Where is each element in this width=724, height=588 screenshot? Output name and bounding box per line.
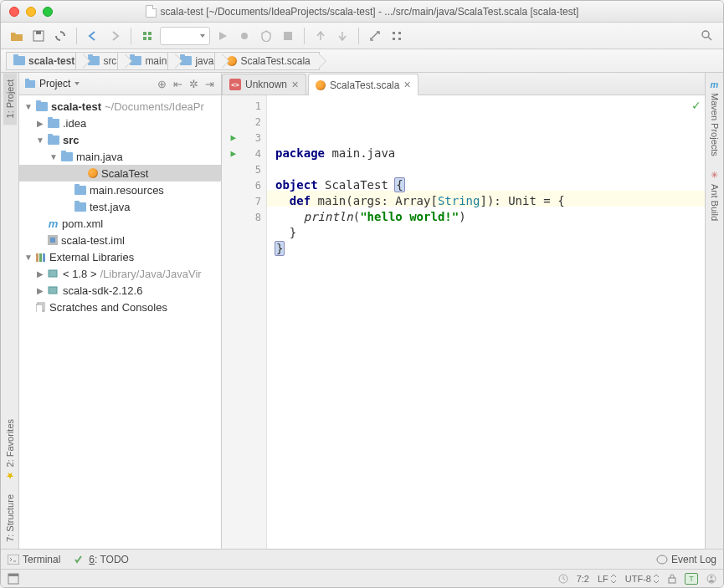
- gutter-line[interactable]: 4▶: [222, 146, 266, 161]
- project-view-combo[interactable]: Project: [24, 78, 80, 89]
- project-tree[interactable]: ▼scala-test ~/Documents/IdeaPr▶.idea▼src…: [19, 95, 221, 549]
- svg-rect-17: [49, 270, 57, 277]
- tree-item[interactable]: scala-test.iml: [19, 232, 221, 248]
- svg-point-12: [702, 31, 709, 38]
- search-icon[interactable]: [698, 27, 716, 45]
- tree-item[interactable]: main.resources: [19, 182, 221, 198]
- open-icon[interactable]: [8, 27, 26, 45]
- svg-rect-3: [148, 32, 151, 35]
- tree-item[interactable]: ▼main.java: [19, 148, 221, 165]
- line-separator[interactable]: LF: [598, 574, 617, 584]
- minimize-window-button[interactable]: [26, 7, 36, 17]
- editor-tab[interactable]: ScalaTest.scala✕: [308, 74, 418, 95]
- locate-icon[interactable]: ⊕: [155, 77, 168, 90]
- svg-rect-4: [143, 37, 146, 40]
- event-log-tab[interactable]: Event Log: [656, 554, 716, 565]
- tree-item[interactable]: ▼scala-test ~/Documents/IdeaPr: [19, 98, 221, 115]
- terminal-tab[interactable]: Terminal: [8, 554, 60, 565]
- run-config-combo[interactable]: [160, 27, 210, 45]
- panel-settings-icon[interactable]: ✲: [187, 77, 200, 90]
- debug-icon[interactable]: [235, 27, 254, 45]
- expand-arrow-icon[interactable]: ▼: [49, 152, 58, 161]
- statusbar: 7:2 LF UTF-8 T: [1, 569, 723, 587]
- todo-tab[interactable]: 6: TODO: [74, 554, 129, 565]
- expand-arrow-icon[interactable]: [36, 236, 44, 245]
- tree-item[interactable]: ▶scala-sdk-2.12.6: [19, 282, 221, 299]
- rail-structure[interactable]: 7: Structure: [3, 488, 17, 549]
- svg-point-6: [241, 33, 248, 39]
- gutter-line[interactable]: 7: [222, 193, 266, 209]
- close-tab-icon[interactable]: ✕: [403, 79, 411, 90]
- gutter-line[interactable]: 2: [222, 114, 266, 130]
- build-icon[interactable]: [138, 27, 157, 45]
- coverage-icon[interactable]: [257, 27, 275, 45]
- close-tab-icon[interactable]: ✕: [291, 79, 299, 90]
- expand-arrow-icon[interactable]: ▼: [24, 253, 33, 262]
- background-tasks-icon[interactable]: [558, 574, 568, 584]
- gutter-line[interactable]: 3▶: [222, 130, 266, 146]
- code-editor[interactable]: ✓ 123▶4▶5678 package main.java object Sc…: [222, 95, 705, 549]
- project-structure-icon[interactable]: [388, 27, 406, 45]
- expand-arrow-icon[interactable]: [24, 303, 33, 312]
- tree-item[interactable]: mpom.xml: [19, 215, 221, 232]
- run-icon[interactable]: [213, 27, 232, 45]
- expand-arrow-icon[interactable]: [63, 202, 71, 212]
- vcs-commit-icon[interactable]: [333, 27, 352, 45]
- tree-item[interactable]: test.java: [19, 198, 221, 215]
- encoding[interactable]: UTF-8: [625, 574, 660, 584]
- gutter-line[interactable]: 1: [222, 98, 266, 114]
- zoom-window-button[interactable]: [43, 7, 53, 17]
- expand-arrow-icon[interactable]: [63, 186, 71, 195]
- expand-arrow-icon[interactable]: [36, 219, 44, 228]
- expand-arrow-icon[interactable]: ▶: [36, 286, 44, 295]
- vcs-update-icon[interactable]: [311, 27, 330, 45]
- expand-arrow-icon[interactable]: [76, 169, 85, 178]
- gutter-line[interactable]: 5: [222, 161, 266, 177]
- main-toolbar: [1, 23, 723, 49]
- run-gutter-icon[interactable]: ▶: [230, 132, 236, 143]
- settings-icon[interactable]: [366, 27, 384, 45]
- tree-item[interactable]: ▼External Libraries: [19, 248, 221, 265]
- hide-icon[interactable]: ⇥: [203, 77, 216, 90]
- rail-maven[interactable]: mMaven Projects: [708, 73, 721, 163]
- module-icon: [48, 235, 58, 245]
- maven-icon: m: [48, 218, 59, 229]
- stop-icon[interactable]: [279, 27, 297, 45]
- cursor-position[interactable]: 7:2: [577, 574, 589, 584]
- tree-item[interactable]: ScalaTest: [19, 165, 221, 182]
- expand-arrow-icon[interactable]: ▼: [36, 135, 44, 145]
- breadcrumb-item[interactable]: ScalaTest.scala: [214, 52, 319, 70]
- inspection-badge[interactable]: T: [685, 573, 698, 585]
- expand-arrow-icon[interactable]: ▶: [36, 119, 44, 128]
- collapse-icon[interactable]: ⇤: [171, 77, 184, 90]
- close-window-button[interactable]: [9, 7, 19, 17]
- tree-item[interactable]: ▼src: [19, 131, 221, 148]
- save-all-icon[interactable]: [29, 27, 48, 45]
- gutter-line[interactable]: 6: [222, 177, 266, 193]
- folder-icon: [36, 102, 48, 111]
- forward-icon[interactable]: [105, 27, 124, 45]
- read-only-icon[interactable]: [668, 574, 676, 584]
- sync-icon[interactable]: [51, 27, 69, 45]
- goto-icon[interactable]: [706, 574, 716, 584]
- tree-item[interactable]: Scratches and Consoles: [19, 299, 221, 315]
- bottom-tool-tabs: Terminal 6: TODO Event Log: [1, 549, 723, 569]
- tool-windows-icon[interactable]: [8, 573, 19, 585]
- rail-favorites[interactable]: ★2: Favorites: [3, 412, 17, 488]
- gutter-line[interactable]: 8: [222, 209, 266, 225]
- run-gutter-icon[interactable]: ▶: [230, 148, 236, 159]
- back-icon[interactable]: [84, 27, 102, 45]
- tree-item[interactable]: ▶< 1.8 > /Library/Java/JavaVir: [19, 265, 221, 282]
- code-area[interactable]: package main.java object ScalaTest { def…: [267, 95, 705, 549]
- breadcrumb-item[interactable]: scala-test: [6, 52, 84, 70]
- expand-arrow-icon[interactable]: ▶: [36, 269, 44, 279]
- tree-item[interactable]: ▶.idea: [19, 115, 221, 131]
- expand-arrow-icon[interactable]: ▼: [24, 102, 33, 111]
- rail-ant[interactable]: ✳Ant Build: [708, 163, 721, 228]
- file-icon: [146, 5, 157, 18]
- svg-rect-24: [8, 574, 18, 576]
- svg-rect-14: [25, 79, 29, 80]
- editor-tab[interactable]: <>Unknown✕: [222, 74, 306, 95]
- breadcrumb: scala-testsrcmainjavaScalaTest.scala: [1, 49, 723, 73]
- rail-project[interactable]: 1: Project: [3, 73, 17, 125]
